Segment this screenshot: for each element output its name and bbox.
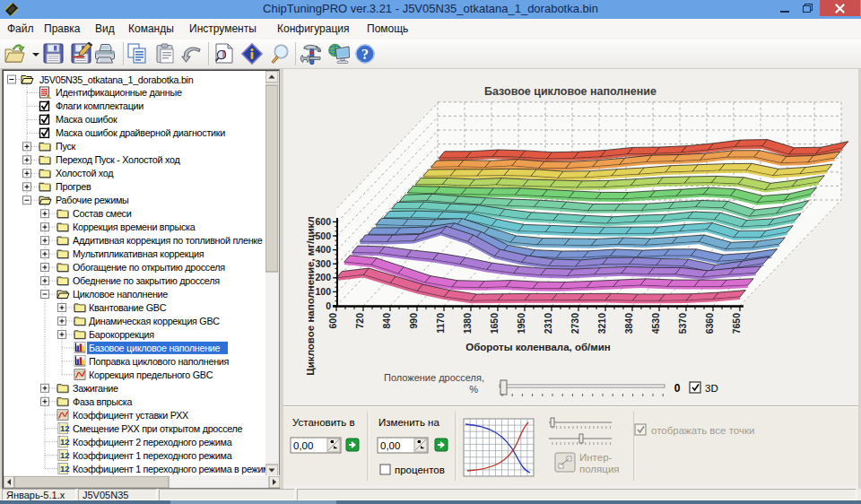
svg-text:5370: 5370: [677, 313, 688, 335]
svg-text:Идентификационные данные: Идентификационные данные: [56, 87, 182, 98]
svg-text:Аддитивная коррекция по топлив: Аддитивная коррекция по топливной пленке: [73, 235, 263, 246]
svg-text:Состав смеси: Состав смеси: [73, 208, 132, 219]
svg-text:0: 0: [326, 300, 331, 311]
svg-text:Динамическая коррекция GBC: Динамическая коррекция GBC: [89, 316, 220, 326]
svg-text:4530: 4530: [650, 313, 661, 335]
svg-text:Прогрев: Прогрев: [56, 181, 91, 192]
svg-text:600: 600: [327, 313, 338, 329]
svg-text:%: %: [469, 384, 478, 395]
svg-text:отображать все точки: отображать все точки: [651, 425, 754, 436]
svg-text:Базовое цикловое наполнение: Базовое цикловое наполнение: [484, 85, 657, 98]
svg-text:990: 990: [408, 313, 419, 329]
svg-text:600: 600: [315, 216, 331, 227]
svg-text:поляция: поляция: [579, 464, 620, 474]
svg-text:Квантование GBC: Квантование GBC: [89, 302, 167, 313]
svg-text:Пуск: Пуск: [56, 141, 76, 152]
svg-text:1950: 1950: [516, 313, 526, 335]
svg-text:0,00: 0,00: [380, 440, 400, 451]
svg-text:Цикловое наполнение, мг/цикл: Цикловое наполнение, мг/цикл: [305, 216, 316, 375]
svg-text:400: 400: [315, 244, 331, 255]
svg-text:Поправка циклового наполнения: Поправка циклового наполнения: [89, 356, 230, 367]
svg-text:Цикловое наполнение: Цикловое наполнение: [73, 289, 168, 300]
svg-text:Мультипликативная коррекция: Мультипликативная коррекция: [73, 248, 204, 259]
svg-text:Зажигание: Зажигание: [73, 383, 118, 394]
svg-text:720: 720: [354, 313, 365, 329]
svg-text:2310: 2310: [543, 313, 553, 335]
svg-text:6360: 6360: [704, 313, 715, 335]
svg-text:Коэффициент 1 переходного режи: Коэффициент 1 переходного режима в режим: [73, 464, 265, 474]
svg-text:Барокоррекция: Барокоррекция: [89, 329, 154, 340]
svg-text:100: 100: [315, 286, 331, 297]
svg-text:1380: 1380: [462, 313, 473, 335]
svg-text:Изменить на: Изменить на: [378, 417, 439, 428]
svg-text:Рабочие режимы: Рабочие режимы: [56, 195, 129, 205]
svg-text:Маска ошибок: Маска ошибок: [56, 114, 117, 125]
svg-text:300: 300: [315, 258, 331, 269]
svg-text:Коэффициент 2 переходного режи: Коэффициент 2 переходного режима: [73, 437, 232, 448]
svg-text:процентов: процентов: [395, 465, 445, 475]
svg-text:?: ?: [361, 47, 369, 62]
svg-text:J5V05N35_otkatana_1_dorabotka.: J5V05N35_otkatana_1_dorabotka.bin: [39, 74, 194, 85]
svg-text:500: 500: [315, 230, 331, 241]
svg-text:2730: 2730: [570, 313, 580, 335]
svg-text:Коэффициент 1 переходного режи: Коэффициент 1 переходного режима: [73, 450, 232, 461]
svg-text:Обороты коленвала, об/мин: Обороты коленвала, об/мин: [465, 342, 611, 352]
svg-text:1650: 1650: [489, 313, 500, 335]
svg-text:Маска ошибок драйверной диагно: Маска ошибок драйверной диагностики: [56, 127, 225, 138]
svg-text:3D: 3D: [705, 383, 718, 394]
svg-text:Базовое цикловое наполнение: Базовое цикловое наполнение: [89, 343, 221, 353]
svg-text:Переход Пуск - Холостой ход: Переход Пуск - Холостой ход: [56, 154, 180, 165]
svg-text:Установить в: Установить в: [292, 417, 355, 428]
svg-text:Холостой ход: Холостой ход: [56, 168, 114, 178]
svg-text:Коррекция времени впрыска: Коррекция времени впрыска: [73, 222, 196, 232]
svg-text:0: 0: [674, 382, 681, 395]
svg-text:840: 840: [381, 313, 392, 329]
svg-text:Обогащение по открытию дроссел: Обогащение по открытию дросселя: [73, 262, 225, 273]
svg-text:Флаги комплектации: Флаги комплектации: [56, 100, 144, 111]
svg-text:Обеднение по закрытию дросселя: Обеднение по закрытию дросселя: [73, 275, 220, 286]
svg-text:3210: 3210: [596, 313, 607, 335]
svg-text:Интер-: Интер-: [579, 452, 613, 463]
svg-text:3840: 3840: [623, 313, 634, 335]
svg-text:Фаза впрыска: Фаза впрыска: [73, 396, 132, 407]
svg-text:Смещение РХХ при открытом дрос: Смещение РХХ при открытом дросселе: [73, 423, 243, 434]
svg-text:Коррекция предельного GBC: Коррекция предельного GBC: [89, 369, 213, 380]
svg-text:Коэффициент уставки РХХ: Коэффициент уставки РХХ: [73, 410, 188, 421]
svg-text:Положение дросселя,: Положение дросселя,: [384, 372, 484, 383]
svg-text:200: 200: [315, 272, 331, 282]
svg-text:1170: 1170: [435, 313, 446, 334]
svg-text:0,00: 0,00: [293, 440, 313, 451]
svg-text:7650: 7650: [731, 313, 742, 335]
